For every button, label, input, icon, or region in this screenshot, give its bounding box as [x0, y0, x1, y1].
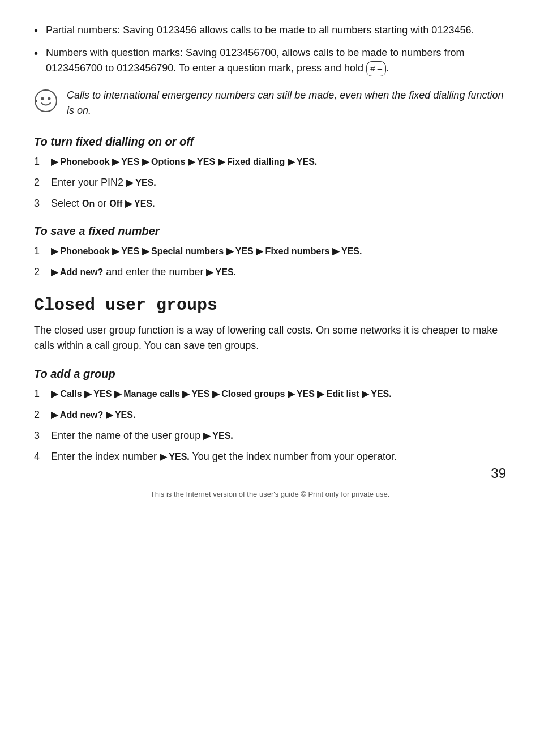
- section-save-number-title: To save a fixed number: [34, 225, 506, 238]
- step-item: 2 ▶ Add new? and enter the number ▶ YES.: [34, 264, 506, 280]
- step-nav-bold: On: [82, 199, 95, 208]
- svg-point-0: [35, 90, 57, 112]
- step-nav: ▶ Phonebook ▶ YES ▶ Special numbers ▶ YE…: [51, 246, 362, 256]
- step-nav-bold: ▶ YES.: [160, 452, 190, 462]
- step-item: 2 ▶ Add new? ▶ YES.: [34, 407, 506, 422]
- bullet-list: Partial numbers: Saving 0123456 allows c…: [34, 23, 506, 76]
- step-item: 3 Select On or Off ▶ YES.: [34, 196, 506, 211]
- step-nav-bold: Off ▶ YES.: [109, 199, 155, 208]
- step-nav-bold: ▶ YES.: [206, 267, 236, 277]
- step-content: Enter the index number ▶ YES. You get th…: [51, 449, 506, 464]
- step-item: 1 ▶ Calls ▶ YES ▶ Manage calls ▶ YES ▶ C…: [34, 386, 506, 402]
- step-number: 3: [34, 428, 51, 443]
- step-nav: ▶ Add new?: [51, 267, 103, 277]
- step-nav: ▶ Phonebook ▶ YES ▶ Options ▶ YES ▶ Fixe…: [51, 157, 317, 166]
- step-number: 1: [34, 154, 51, 169]
- step-number: 1: [34, 386, 51, 402]
- step-nav: ▶ Add new? ▶ YES.: [51, 410, 135, 420]
- note-text: Calls to international emergency numbers…: [67, 88, 506, 118]
- save-number-steps: 1 ▶ Phonebook ▶ YES ▶ Special numbers ▶ …: [34, 244, 506, 280]
- partial-numbers-text: Partial numbers: Saving 0123456 allows c…: [46, 23, 474, 38]
- step-number: 2: [34, 264, 51, 280]
- step-number: 4: [34, 449, 51, 464]
- step-content: ▶ Add new? and enter the number ▶ YES.: [51, 264, 506, 280]
- step-nav-bold: ▶ YES.: [203, 431, 233, 441]
- step-content: ▶ Add new? ▶ YES.: [51, 407, 506, 422]
- section-add-group-title: To add a group: [34, 368, 506, 381]
- page-container: Partial numbers: Saving 0123456 allows c…: [0, 0, 540, 510]
- add-group-steps: 1 ▶ Calls ▶ YES ▶ Manage calls ▶ YES ▶ C…: [34, 386, 506, 464]
- note-icon: [34, 89, 58, 113]
- list-item: Numbers with question marks: Saving 0123…: [34, 45, 506, 76]
- step-number: 2: [34, 407, 51, 422]
- step-number: 3: [34, 196, 51, 211]
- step-content: ▶ Phonebook ▶ YES ▶ Special numbers ▶ YE…: [51, 244, 506, 259]
- step-content: Enter your PIN2 ▶ YES.: [51, 175, 506, 190]
- step-item: 1 ▶ Phonebook ▶ YES ▶ Special numbers ▶ …: [34, 244, 506, 259]
- step-item: 4 Enter the index number ▶ YES. You get …: [34, 449, 506, 464]
- step-content: ▶ Phonebook ▶ YES ▶ Options ▶ YES ▶ Fixe…: [51, 154, 506, 169]
- list-item: Partial numbers: Saving 0123456 allows c…: [34, 23, 506, 39]
- fixed-dialling-steps: 1 ▶ Phonebook ▶ YES ▶ Options ▶ YES ▶ Fi…: [34, 154, 506, 211]
- svg-point-1: [41, 97, 44, 100]
- step-item: 3 Enter the name of the user group ▶ YES…: [34, 428, 506, 443]
- section-fixed-dialling-title: To turn fixed dialling on or off: [34, 135, 506, 148]
- closed-groups-description: The closed user group function is a way …: [34, 323, 506, 354]
- hash-key: # –: [366, 61, 386, 76]
- step-item: 1 ▶ Phonebook ▶ YES ▶ Options ▶ YES ▶ Fi…: [34, 154, 506, 169]
- step-content: ▶ Calls ▶ YES ▶ Manage calls ▶ YES ▶ Clo…: [51, 386, 506, 402]
- step-nav-bold: ▶ YES.: [126, 178, 156, 187]
- closed-user-groups-heading: Closed user groups: [34, 296, 506, 315]
- step-number: 2: [34, 175, 51, 190]
- step-content: Enter the name of the user group ▶ YES.: [51, 428, 506, 443]
- step-number: 1: [34, 244, 51, 259]
- note-box: Calls to international emergency numbers…: [34, 88, 506, 118]
- question-marks-text: Numbers with question marks: Saving 0123…: [46, 45, 506, 76]
- step-item: 2 Enter your PIN2 ▶ YES.: [34, 175, 506, 190]
- footer-text: This is the Internet version of the user…: [0, 490, 540, 498]
- page-number: 39: [491, 465, 506, 481]
- svg-point-2: [48, 97, 51, 100]
- step-nav: ▶ Calls ▶ YES ▶ Manage calls ▶ YES ▶ Clo…: [51, 389, 392, 399]
- step-content: Select On or Off ▶ YES.: [51, 196, 506, 211]
